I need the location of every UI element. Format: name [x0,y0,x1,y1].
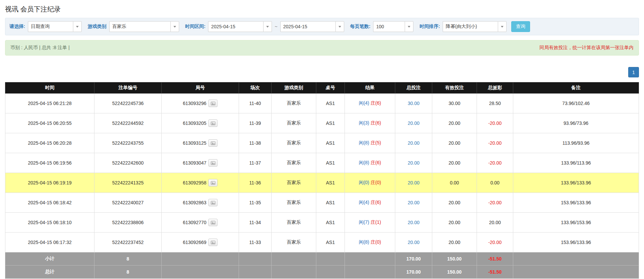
cell-valid-bet: 20.00 [432,233,477,252]
sort-select[interactable] [443,21,507,32]
cell-session: 11-34 [239,213,272,233]
cell-time: 2025-04-15 06:20:55 [5,113,94,133]
cell-round: 613092669 [162,233,239,252]
summary-currency-count: 币别 : 人民币 | 总共 :8 注单 | [10,45,70,51]
round-id: 613093205 [183,120,206,126]
cell-bet-id: 522422244592 [94,113,162,133]
cell-session: 11-39 [239,113,272,133]
col-session: 场次 [239,82,272,94]
round-video-button[interactable] [208,119,217,127]
date-to-select[interactable] [280,21,344,32]
total-bet-link[interactable]: 20.00 [408,220,419,225]
date-from-input[interactable] [208,21,263,32]
range-separator: ~ [275,24,277,29]
cell-payout: 20.00 [477,213,513,233]
cell-total-bet: 20.00 [395,133,432,153]
col-valid-bet: 有效投注 [432,82,477,94]
video-image-icon [211,141,215,145]
time-range-label: 时间区间: [185,24,206,30]
result-player: 闲(0) [359,180,369,185]
result-banker: 庄(5) [371,140,381,145]
round-video-button[interactable] [208,239,217,246]
cell-total-bet: 20.00 [395,173,432,193]
date-to-input[interactable] [280,21,335,32]
date-from-dropdown-button[interactable] [263,21,272,32]
round-video-button[interactable] [208,179,217,186]
cell-bet-id: 522422238806 [94,213,162,233]
game-type-dropdown-button[interactable] [170,21,179,32]
total-total-bet: 170.00 [395,266,432,279]
page-size-select[interactable] [373,21,413,32]
round-video-button[interactable] [208,159,217,167]
chevron-down-icon [76,26,79,28]
game-type-input[interactable] [109,21,170,32]
total-row: 总计 8 170.00 150.00 -51.50 [5,266,639,279]
round-video-button[interactable] [208,100,217,107]
cell-result: 闲(8)庄(6) [345,153,395,173]
table-body: 2025-04-15 06:21:28 522422245736 6130932… [5,94,639,252]
date-from-select[interactable] [208,21,272,32]
col-total-bet: 总投注 [395,82,432,94]
page-size-dropdown-button[interactable] [405,21,413,32]
total-bet-link[interactable]: 20.00 [408,140,419,146]
table-header: 时间 注单编号 局号 场次 游戏类别 桌号 结果 总投注 有效投注 总派彩 备注 [5,82,639,94]
search-button[interactable]: 查询 [511,21,530,32]
table-row: 2025-04-15 06:20:55 522422244592 6130932… [5,113,639,133]
result-banker: 庄(6) [371,200,381,205]
cell-bet-id: 522422245736 [94,94,162,113]
footer-empty-cell [272,252,316,266]
cell-total-bet: 20.00 [395,213,432,233]
cell-payout: -20.00 [477,153,513,173]
cell-note: 73.96/102.46 [513,94,639,113]
total-bet-link[interactable]: 20.00 [408,180,419,185]
total-payout: -51.50 [477,266,513,279]
cell-time: 2025-04-15 06:19:56 [5,153,94,173]
footer-empty-cell [513,266,639,279]
sort-label: 时间排序: [419,24,440,30]
date-type-input[interactable] [28,21,73,32]
col-payout: 总派彩 [477,82,513,94]
cell-valid-bet: 20.00 [432,213,477,233]
page-title: 视讯 会员下注纪录 [5,5,639,14]
col-result: 结果 [345,82,395,94]
total-bet-link[interactable]: 20.00 [408,160,419,166]
round-id: 613092669 [183,240,206,245]
total-bet-link[interactable]: 20.00 [408,240,419,245]
total-bet-link[interactable]: 20.00 [408,200,419,205]
cell-note: 93.96/73.96 [513,113,639,133]
chevron-down-icon [338,26,341,28]
result-player: 闲(3) [359,120,369,126]
total-bet-link[interactable]: 20.00 [408,120,419,126]
sort-input[interactable] [443,21,498,32]
subtotal-valid-bet: 150.00 [432,252,477,266]
cell-valid-bet: 20.00 [432,193,477,213]
sort-dropdown-button[interactable] [498,21,507,32]
round-video-button[interactable] [208,219,217,226]
cell-note: 133.96/113.96 [513,153,639,173]
summary-bar: 币别 : 人民币 | 总共 :8 注单 | 同局有效投注，统一计算在该局第一张注… [5,40,639,56]
cell-valid-bet: 20.00 [432,113,477,133]
round-video-button[interactable] [208,139,217,147]
total-bet-link[interactable]: 30.00 [408,101,419,106]
cell-valid-bet: 20.00 [432,133,477,153]
cell-result: 闲(8)庄(0) [345,233,395,252]
date-to-dropdown-button[interactable] [335,21,344,32]
result-banker: 庄(0) [371,180,381,185]
date-type-select[interactable] [28,21,82,32]
cell-valid-bet: 0.00 [432,173,477,193]
footer-empty-cell [345,266,395,279]
pagination-page-1[interactable]: 1 [628,67,639,77]
game-type-select[interactable] [109,21,179,32]
cell-round: 613092863 [162,193,239,213]
cell-table: AS1 [316,233,345,252]
cell-bet-id: 522422242600 [94,153,162,173]
cell-total-bet: 20.00 [395,193,432,213]
cell-result: 闲(7)庄(1) [345,213,395,233]
round-video-button[interactable] [208,199,217,206]
date-type-dropdown-button[interactable] [73,21,82,32]
cell-session: 11-40 [239,94,272,113]
header-row: 时间 注单编号 局号 场次 游戏类别 桌号 结果 总投注 有效投注 总派彩 备注 [5,82,639,94]
page-size-input[interactable] [373,21,405,32]
result-banker: 庄(6) [371,120,381,126]
total-count: 8 [94,266,162,279]
